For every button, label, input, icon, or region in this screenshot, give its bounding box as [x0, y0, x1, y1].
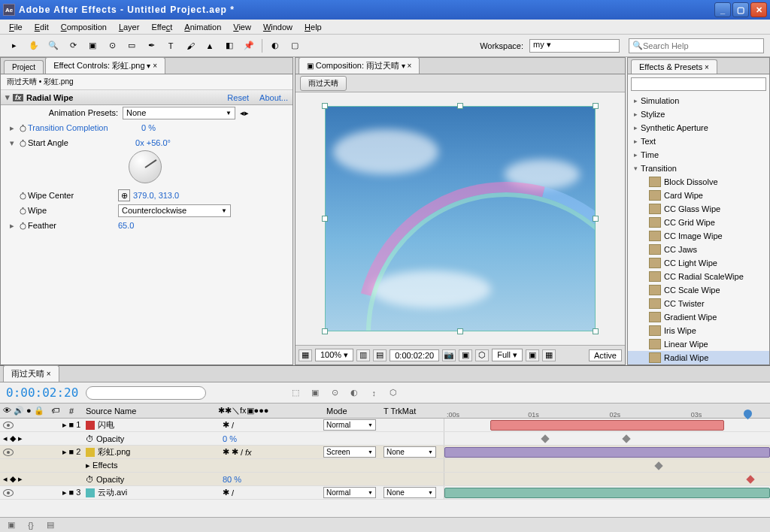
transform-handle[interactable] [593, 103, 599, 109]
fx-badge-icon[interactable]: fx [13, 94, 23, 101]
trkmat-select[interactable]: None [383, 446, 436, 458]
blend-mode-select[interactable]: Normal [323, 419, 376, 431]
viewer-opt-icon[interactable]: ▤ [373, 349, 387, 361]
transform-handle[interactable] [457, 328, 463, 334]
preset-item[interactable]: CC Image Wipe [628, 229, 769, 243]
visibility-icon[interactable] [3, 449, 14, 456]
canvas-image[interactable] [325, 106, 596, 331]
visibility-icon[interactable] [3, 489, 14, 497]
preset-item[interactable]: CC Grid Wipe [628, 216, 769, 229]
tl-option-icon[interactable]: ↕ [367, 386, 380, 400]
preset-item[interactable]: Iris Wipe [628, 324, 769, 337]
preset-item[interactable]: CC Radial ScaleWipe [628, 270, 769, 283]
preset-item[interactable]: Gradient Wipe [628, 310, 769, 324]
tl-option-icon[interactable]: ◐ [347, 386, 361, 400]
viewer-opt-icon[interactable]: ▣ [459, 349, 472, 361]
preset-category[interactable]: Stylize [628, 107, 769, 121]
timeline-body[interactable]: ▸ ■ 1 闪电 ✱/ Normal ◂ ◆ ▸⏱ Opacity0 % ▸ ■… [0, 419, 770, 517]
grid-icon[interactable]: ▦ [299, 349, 312, 361]
col-number[interactable]: # [60, 407, 83, 416]
preset-list[interactable]: Simulation Stylize Synthetic Aperture Te… [628, 94, 769, 364]
col-trkmat[interactable]: T TrkMat [383, 407, 444, 416]
camera-tool-icon[interactable]: ▣ [84, 38, 101, 54]
visibility-icon[interactable] [3, 422, 14, 429]
view-mode-select[interactable]: Active [589, 349, 622, 361]
transition-completion-label[interactable]: Transition Completion [28, 123, 113, 132]
tool-option2-icon[interactable]: ▢ [286, 38, 303, 54]
pan-behind-tool-icon[interactable]: ⊙ [104, 38, 120, 54]
preset-category[interactable]: Synthetic Aperture [628, 121, 769, 135]
search-help-input[interactable] [643, 41, 760, 50]
presets-nav-icon[interactable]: ◂▸ [240, 108, 249, 118]
menu-window[interactable]: Window [257, 21, 299, 33]
text-tool-icon[interactable]: T [162, 38, 179, 54]
close-button[interactable]: ✕ [750, 2, 767, 17]
rotate-tool-icon[interactable]: ⟳ [65, 38, 81, 54]
menu-view[interactable]: View [227, 21, 257, 33]
menu-composition[interactable]: Composition [55, 21, 113, 33]
stopwatch-icon[interactable] [17, 138, 28, 148]
stopwatch-icon[interactable] [17, 220, 28, 231]
pen-tool-icon[interactable]: ✒ [143, 38, 159, 54]
zoom-tool-icon[interactable]: 🔍 [45, 38, 62, 54]
col-source-name[interactable]: Source Name [83, 407, 218, 416]
preset-search-input[interactable] [631, 77, 766, 91]
transform-handle[interactable] [322, 328, 328, 334]
timeline-layer-row[interactable]: ▸ ■ 1 闪电 ✱/ Normal [0, 419, 770, 432]
transform-handle[interactable] [322, 216, 328, 222]
preset-item[interactable]: CC Glass Wipe [628, 202, 769, 216]
stamp-tool-icon[interactable]: ▲ [202, 38, 218, 54]
transform-handle[interactable] [593, 216, 599, 222]
maximize-button[interactable]: ▢ [732, 2, 749, 17]
selection-tool-icon[interactable]: ▸ [6, 38, 23, 54]
brush-tool-icon[interactable]: 🖌 [182, 38, 199, 54]
tl-option-icon[interactable]: ⊙ [328, 386, 341, 400]
trkmat-select[interactable]: None [383, 487, 436, 498]
tl-option-icon[interactable]: ⬡ [387, 386, 400, 400]
menu-edit[interactable]: Edit [29, 21, 55, 33]
preset-item[interactable]: CC Scale Wipe [628, 283, 769, 297]
effect-about-link[interactable]: About... [259, 93, 288, 102]
feather-value[interactable]: 65.0 [118, 221, 134, 230]
minimize-button[interactable]: _ [714, 2, 731, 17]
timeline-layer-row[interactable]: ▸ ■ 2 彩虹.png ✱✱/fx Screen None [0, 446, 770, 459]
tab-effect-controls[interactable]: Effect Controls: 彩虹.png ▾ × [45, 57, 165, 74]
resolution-select[interactable]: Full ▾ [492, 349, 523, 361]
transform-handle[interactable] [457, 103, 463, 109]
viewer-opt-icon[interactable]: ▦ [542, 349, 556, 361]
transform-handle[interactable] [593, 328, 599, 334]
menu-animation[interactable]: Animation [178, 21, 227, 33]
preset-category[interactable]: Simulation [628, 94, 769, 107]
blend-mode-select[interactable]: Normal [323, 487, 376, 498]
preset-item[interactable]: CC Light Wipe [628, 256, 769, 270]
effect-reset-link[interactable]: Reset [227, 93, 249, 102]
menu-effect[interactable]: Effect [145, 21, 178, 33]
tab-effects-presets[interactable]: Effects & Presets × [631, 59, 717, 74]
tl-option-icon[interactable]: ⬚ [289, 386, 302, 400]
blend-mode-select[interactable]: Screen [323, 446, 376, 458]
search-help-box[interactable]: 🔍 [629, 38, 764, 53]
tab-project[interactable]: Project [4, 60, 44, 74]
tl-option-icon[interactable]: ▣ [308, 386, 322, 400]
preset-category[interactable]: Time [628, 148, 769, 162]
preset-item[interactable]: Radial Wipe [628, 351, 769, 364]
composition-viewer[interactable] [296, 92, 625, 345]
menu-file[interactable]: File [3, 21, 29, 33]
start-angle-value[interactable]: 0x +56.0° [135, 138, 171, 147]
preset-item[interactable]: CC Twister [628, 297, 769, 310]
zoom-select[interactable]: 100% ▾ [315, 349, 353, 361]
workspace-select[interactable]: my ▾ [529, 39, 620, 53]
wipe-dropdown[interactable]: Counterclockwise [118, 204, 231, 217]
preset-category-transition[interactable]: Transition [628, 162, 769, 175]
camera-icon[interactable]: 📷 [442, 349, 456, 361]
crosshair-icon[interactable]: ⊕ [118, 189, 130, 201]
effect-tri-icon[interactable]: ▾ [5, 92, 10, 102]
timeline-search[interactable] [86, 386, 206, 400]
wipe-center-value[interactable]: 379.0, 313.0 [133, 191, 179, 200]
preset-item[interactable]: CC Jaws [628, 243, 769, 256]
shape-tool-icon[interactable]: ▭ [123, 38, 140, 54]
comp-name-button[interactable]: 雨过天晴 [300, 76, 347, 91]
transform-handle[interactable] [322, 103, 328, 109]
tab-composition[interactable]: ▣ Composition: 雨过天晴 ▾ × [299, 57, 420, 74]
timeline-tab[interactable]: 雨过天晴 × [3, 365, 59, 382]
